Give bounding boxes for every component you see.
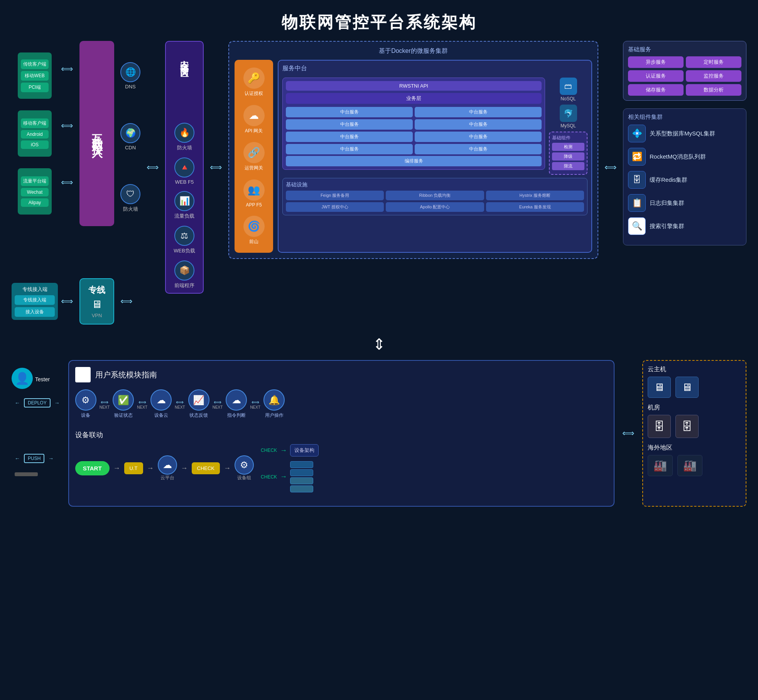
vpn-label: VPN (92, 313, 102, 318)
gw-ops-icon: 🔗 (243, 142, 265, 163)
mid-cell-3: 中台服务 (286, 119, 413, 130)
server-icon-1: 🖥 (648, 377, 671, 398)
branch-check-2: CHECK → (261, 461, 319, 492)
arrow-net-security: ⟺ (147, 162, 159, 172)
overseas-icons: 🏭 🏭 (648, 455, 741, 476)
sp-top: RWSTNI API 业务层 中台服务 中台服务 中台服务 中台服务 中台服务 … (282, 78, 587, 175)
datacenter-title: 机房 (648, 404, 741, 412)
arrow-client-internet-2: ⟺ (61, 121, 73, 131)
bc-degrade: 降级 (552, 152, 584, 161)
sec-webf5-icon: 🔺 (174, 157, 194, 178)
infrastructure: 基础设施 Feign 服务备用 Ribbon 负载均衡 Hystrix 服务熔断… (282, 178, 587, 215)
client-item: 移动WEB (21, 71, 49, 81)
firewall-block: 🛡 防火墙 (120, 184, 140, 213)
flow-cloud: ☁ 设备云 (150, 389, 172, 419)
arrow-vpn-security: ⟺ (120, 296, 133, 306)
mysql-label: MySQL (560, 123, 576, 129)
rack-icon-1: 🗄 (648, 415, 671, 438)
mid-cell-6: 中台服务 (415, 132, 542, 142)
small-bar-row (15, 471, 38, 476)
cloud-layer-1 (290, 461, 313, 468)
small-bar (15, 472, 38, 476)
basic-services: 基础服务 异步服务 定时服务 认证服务 监控服务 储存服务 数据分析 (623, 41, 746, 101)
docker-cluster: 基于Docker的微服务集群 🔑 认证授权 ☁ API 网关 🔗 运营网关 (228, 41, 598, 259)
warehouse-icon-2: 🏭 (677, 455, 702, 476)
gw-qianshan: 🌀 前山 (243, 216, 265, 245)
internet-label: 互联网接入 (89, 126, 104, 141)
bs-auth: 认证服务 (628, 70, 684, 82)
infra-grid: Feign 服务备用 Ribbon 负载均衡 Hystrix 服务熔断 JWT … (286, 191, 584, 212)
sec-webf5: 🔺 WEB F5 (174, 157, 194, 185)
warehouse-icon-1: 🏭 (648, 455, 673, 476)
client-group-mobile: 移动客户端 Android iOS (18, 110, 52, 157)
infra-eureka: Eureka 服务发现 (486, 202, 584, 212)
flow-command-icon: ☁ (226, 389, 247, 411)
flow-next-2: NEXT (137, 405, 147, 409)
push-arrow-row: ← PUSH → (15, 454, 54, 463)
user-module: 用户系统模块指南 ⚙ 设备 ⟺ NEXT ✅ 验证状态 ⟺ NEXT (68, 360, 615, 507)
cloud-platform-icon: ☁ (158, 455, 177, 475)
mid-cell-2: 中台服务 (415, 107, 542, 117)
datacenter-icons: 🗄 🗄 (648, 415, 741, 438)
sec-webload-label: WEB负载 (174, 247, 195, 254)
rc-search-icon: 🔍 (628, 217, 646, 235)
cloud-host-icons: 🖥 🖥 (648, 377, 741, 398)
device-arch-box: 设备架构 (290, 444, 319, 457)
branch-check-1: CHECK → 设备架构 (261, 444, 319, 457)
infra-hystrix: Hystrix 服务熔断 (486, 191, 584, 200)
push-box: PUSH (24, 454, 44, 463)
leased-group: 专线接入端 专线接入端 接入设备 (12, 283, 58, 320)
rc-redis-icon: 🗄 (628, 171, 646, 189)
flow-status-icon: 📈 (188, 389, 209, 411)
flow-device-label: 设备 (81, 412, 90, 419)
overseas-section: 海外地区 🏭 🏭 (648, 444, 741, 476)
gw-appf5-label: APP F5 (246, 202, 262, 208)
leased-item-1: 专线接入端 (15, 295, 55, 305)
rc-redis: 🗄 缓存Redis集群 (628, 171, 741, 189)
bs-monitor: 监控服务 (686, 70, 741, 82)
client-item: iOS (21, 140, 49, 149)
net-services-col: 🌐 DNS 🌍 CDN 🛡 防火墙 (120, 41, 140, 226)
gw-qianshan-label: 前山 (249, 238, 258, 245)
rc-logs-icon: 📋 (628, 194, 646, 212)
flow-next-5: NEXT (250, 405, 260, 409)
dns-block: 🌐 DNS (120, 62, 140, 90)
cdn-label: CDN (125, 145, 136, 150)
arrow-client-internet-3: ⟺ (61, 178, 73, 188)
leased-title: 专线 (88, 284, 105, 296)
infra-apollo: Apollo 配置中心 (386, 202, 484, 212)
tester-label: Tester (35, 376, 50, 382)
push-arrow-right: → (48, 455, 54, 462)
firewall-icon: 🛡 (120, 184, 140, 204)
internet-block: 互联网接入 (79, 41, 114, 226)
infra-ribbon: Ribbon 负载均衡 (386, 191, 484, 200)
cloud-panel: 云主机 🖥 🖥 机房 🗄 🗄 海外地区 🏭 🏭 (642, 360, 746, 507)
ut-box: U.T (124, 462, 143, 474)
flow-verify: ✅ 验证状态 (113, 389, 134, 419)
flow-user-op-icon: 🔔 (263, 389, 285, 411)
bs-grid: 异步服务 定时服务 认证服务 监控服务 储存服务 数据分析 (628, 56, 741, 96)
infra-title: 基础设施 (286, 181, 584, 188)
mid-cell-7: 中台服务 (286, 144, 413, 154)
rc-title: 相关组件集群 (628, 113, 741, 121)
deploy-box: DEPLOY (24, 398, 51, 407)
bs-timer: 定时服务 (686, 56, 741, 68)
gw-appf5: 👥 APP F5 (243, 179, 265, 208)
sec-frontend-icon: 📦 (174, 260, 194, 281)
flow-cloud-label: 设备云 (154, 412, 168, 419)
dns-label: DNS (125, 84, 135, 90)
sec-firewall: 🔥 防火墙 (174, 123, 194, 151)
device-section-title: 设备联动 (75, 430, 608, 440)
bs-analytics: 数据分析 (686, 84, 741, 96)
rc-search-label: 搜索引擎集群 (650, 223, 684, 230)
gw-api-label: API 网关 (245, 128, 263, 134)
rc-rocketmq-label: RocketMQ消息队列群 (650, 153, 706, 161)
rc-mysql-label: 关系型数据库MySQL集群 (650, 130, 715, 137)
sec-firewall-icon: 🔥 (174, 123, 194, 143)
flow-user-op: 🔔 用户操作 (263, 389, 285, 419)
flow-user-op-label: 用户操作 (265, 412, 284, 419)
gw-auth: 🔑 认证授权 (243, 68, 265, 97)
cloud-platform-label: 云平台 (160, 475, 174, 481)
infra-feign: Feign 服务备用 (286, 191, 384, 200)
gw-auth-label: 认证授权 (245, 90, 263, 97)
